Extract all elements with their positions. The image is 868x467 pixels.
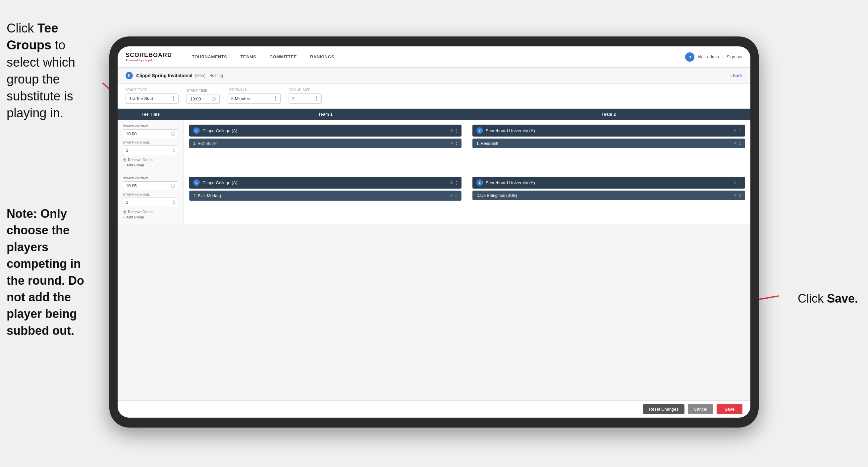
click-save-label: Click Save. [798,292,858,305]
starting-time-input-2[interactable]: 10:05 🕐 [123,181,178,190]
team2-badge-1: S [476,127,483,134]
nav-bar: SCOREBOARD Powered by clippd TOURNAMENTS… [118,47,750,68]
nav-links: TOURNAMENTS TEAMS COMMITTEE RANKINGS [185,47,685,68]
start-config: Start Type 1st Tee Start ▲ ▼ Start Time … [118,84,750,109]
nav-teams[interactable]: TEAMS [234,47,263,68]
player-card-1-1[interactable]: 1. Rich Butler ✕ ▲ ▼ [189,139,462,148]
bottom-bar: Reset Changes Cancel Save [118,400,750,418]
reset-changes-button[interactable]: Reset Changes [643,404,685,414]
team1-remove-1[interactable]: ✕ [450,128,453,133]
team1-card-2[interactable]: C Clippd College (A) ✕ ▲ ▼ [189,177,462,188]
tablet-screen: SCOREBOARD Powered by clippd TOURNAMENTS… [118,47,750,418]
starting-time-input-1[interactable]: 10:00 🕐 [123,129,178,138]
tablet-frame: SCOREBOARD Powered by clippd TOURNAMENTS… [109,36,759,428]
time-panel-2: STARTING TIME: 10:05 🕐 STARTING HOLE: 1 … [118,172,184,224]
team2-panel-1: S Scoreboard University (A) ✕ ▲ ▼ 1. [467,120,750,172]
user-avatar: B [685,52,694,62]
intervals-field: Intervals 5 Minutes ▲ ▼ [227,88,281,104]
team2-panel-2: S Scoreboard University (A) ✕ ▲ ▼ Dav [467,172,750,224]
player-remove-2-1[interactable]: ✕ [734,141,737,146]
starting-hole-input-1[interactable]: 1 ▲ ▼ [123,146,178,155]
team1-badge-2: C [193,179,200,186]
starting-hole-input-2[interactable]: 1 ▲ ▼ [123,198,178,207]
group-row-2: STARTING TIME: 10:05 🕐 STARTING HOLE: 1 … [118,172,750,224]
player-card-2-1[interactable]: 1. Rees Britt ✕ ▲ ▼ [472,139,745,148]
player-card-1-2[interactable]: 2. Blair McHarg ✕ ▲ ▼ [189,191,462,201]
team2-remove-1[interactable]: ✕ [734,128,737,133]
sub-header-badge: B [126,72,133,79]
intervals-label: Intervals [227,88,281,92]
team2-card-2[interactable]: S Scoreboard University (A) ✕ ▲ ▼ [472,177,745,188]
start-time-input[interactable]: 10:00 🕐 [187,94,220,104]
add-group-button-2[interactable]: + Add Group [123,215,178,219]
cancel-button[interactable]: Cancel [688,404,713,414]
groups-scroll[interactable]: STARTING TIME: 10:00 🕐 STARTING HOLE: 1 … [118,120,750,400]
nav-rankings[interactable]: RANKINGS [304,47,341,68]
logo-scoreboard: SCOREBOARD [126,52,172,59]
team1-card-1[interactable]: C Clippd College (A) ✕ ▲ ▼ [189,125,462,137]
starting-hole-label-2: STARTING HOLE: [123,193,178,196]
player-card-2-2[interactable]: Dave Billingham (SUB) ✕ ▲ ▼ [472,191,745,200]
logo-area: SCOREBOARD Powered by clippd [126,52,172,62]
team2-remove-2[interactable]: ✕ [734,180,737,185]
table-header: Tee Time Team 1 Team 2 [118,109,750,120]
clock-icon: 🕐 [211,97,216,101]
remove-group-button-2[interactable]: 🗑 Remove Group [123,210,178,214]
hosting-label: Hosting [209,73,223,78]
sign-out-link[interactable]: Sign out [726,54,742,59]
start-time-field: Start Time 10:00 🕐 [187,89,220,104]
nav-tournaments[interactable]: TOURNAMENTS [185,47,234,68]
team2-name-2: Scoreboard University (A) [486,180,535,185]
team1-remove-2[interactable]: ✕ [450,180,453,185]
tournament-title: Clippd Spring Invitational [136,73,192,78]
intervals-input[interactable]: 5 Minutes ▲ ▼ [227,93,281,104]
note-prefix: Note: [7,207,40,221]
group-size-label: Group Size [288,88,322,92]
nav-committee[interactable]: COMMITTEE [263,47,304,68]
start-type-field: Start Type 1st Tee Start ▲ ▼ [126,88,179,104]
player-remove-1-1[interactable]: ✕ [450,141,453,146]
note-text: Note: Only choose the players competing … [0,205,103,339]
gender-label: (Men) [195,73,206,78]
clock-icon-1: 🕐 [170,132,175,136]
sub-header: B Clippd Spring Invitational (Men) Hosti… [118,68,750,84]
remove-group-button-1[interactable]: 🗑 Remove Group [123,158,178,162]
team1-badge-1: C [193,127,200,134]
note-bold: Only choose the players competing in the… [7,207,84,338]
group-row: STARTING TIME: 10:00 🕐 STARTING HOLE: 1 … [118,120,750,172]
team2-header: Team 2 [467,109,750,120]
clock-icon-2: 🕐 [170,184,175,188]
user-name: blair admin [698,54,719,59]
player-name-1-1: 1. Rich Butler [193,141,217,146]
logo-powered: Powered by clippd [126,59,172,62]
team1-panel-1: C Clippd College (A) ✕ ▲ ▼ 1. Rich Bu [184,120,467,172]
team2-badge-2: S [476,179,483,186]
time-panel-1: STARTING TIME: 10:00 🕐 STARTING HOLE: 1 … [118,120,184,172]
tee-time-header: Tee Time [118,109,184,120]
save-bold: Save. [827,292,858,305]
starting-time-label-2: STARTING TIME: [123,177,178,180]
team2-name-1: Scoreboard University (A) [486,128,535,133]
team1-panel-2: C Clippd College (A) ✕ ▲ ▼ 2. Blair M [184,172,467,224]
start-time-label: Start Time [187,89,220,92]
starting-time-label-1: STARTING TIME: [123,125,178,128]
start-type-input[interactable]: 1st Tee Start ▲ ▼ [126,93,179,104]
back-button[interactable]: ‹ Back [730,73,742,78]
player-name-2-1: 1. Rees Britt [476,141,498,146]
nav-right: B blair admin | Sign out [685,52,742,62]
save-button[interactable]: Save [717,404,742,414]
player-name-1-2: 2. Blair McHarg [193,194,221,198]
team1-name-1: Clippd College (A) [203,128,238,133]
team2-card-1[interactable]: S Scoreboard University (A) ✕ ▲ ▼ [472,125,745,137]
player-remove-1-2[interactable]: ✕ [450,194,453,198]
start-type-label: Start Type [126,88,179,92]
group-size-input[interactable]: 2 ▲ ▼ [288,93,322,104]
instruction-text: Click Tee Groups to select which group t… [0,20,103,122]
team1-header: Team 1 [184,109,467,120]
add-group-button-1[interactable]: + Add Group [123,163,178,167]
group-size-field: Group Size 2 ▲ ▼ [288,88,322,104]
starting-hole-label-1: STARTING HOLE: [123,141,178,144]
player-remove-2-2[interactable]: ✕ [734,193,737,198]
team1-name-2: Clippd College (A) [203,180,238,185]
player-name-2-2: Dave Billingham (SUB) [476,193,517,198]
